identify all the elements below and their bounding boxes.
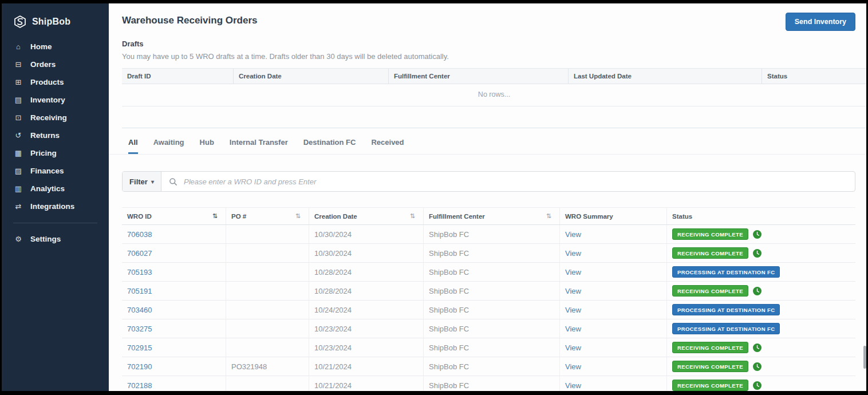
- view-link[interactable]: View: [565, 306, 581, 314]
- view-link[interactable]: View: [565, 249, 581, 258]
- sidebar-item-inventory[interactable]: ▤Inventory: [2, 91, 109, 109]
- brand-logo[interactable]: ShipBob: [2, 11, 109, 38]
- sidebar-item-label: Finances: [30, 167, 64, 175]
- wro-id-link[interactable]: 705193: [127, 268, 152, 276]
- creation-date: 10/30/2024: [309, 225, 424, 243]
- sidebar-item-label: Home: [30, 42, 52, 51]
- creation-date: 10/21/2024: [309, 357, 424, 376]
- sidebar-item-integrations[interactable]: ⇄Integrations: [2, 198, 109, 215]
- drafts-table: Draft IDCreation DateFulfillment CenterL…: [122, 68, 866, 106]
- filter-button-label: Filter: [129, 177, 148, 186]
- sidebar-item-products[interactable]: ⊞Products: [2, 73, 109, 91]
- tab-internal-transfer[interactable]: Internal Transfer: [230, 138, 288, 154]
- tab-all[interactable]: All: [128, 138, 138, 154]
- sidebar-divider: [13, 223, 97, 223]
- search-icon: [169, 177, 177, 186]
- creation-date: 10/23/2024: [309, 319, 424, 338]
- view-link[interactable]: View: [565, 230, 581, 239]
- wro-id-link[interactable]: 705191: [127, 287, 152, 295]
- filter-dropdown-button[interactable]: Filter ▾: [123, 172, 161, 191]
- wro-id-link[interactable]: 706038: [127, 230, 152, 239]
- sidebar-item-label: Analytics: [30, 184, 65, 193]
- table-row: 70327510/23/2024ShipBob FCViewPROCESSING…: [122, 319, 855, 338]
- finances-icon: ▨: [14, 167, 23, 175]
- tab-received[interactable]: Received: [371, 138, 404, 154]
- fulfillment-center: ShipBob FC: [424, 263, 560, 281]
- drafts-column-last-updated-date: Last Updated Date: [569, 69, 762, 84]
- wro-id-link[interactable]: 702188: [127, 381, 152, 390]
- table-row: 70602710/30/2024ShipBob FCViewRECEIVING …: [122, 244, 855, 263]
- page-title: Warehouse Receiving Orders: [122, 15, 855, 26]
- table-row: 70519310/28/2024ShipBob FCViewPROCESSING…: [122, 263, 855, 282]
- drafts-column-creation-date: Creation Date: [234, 69, 389, 84]
- fulfillment-center: ShipBob FC: [424, 282, 560, 300]
- drafts-column-fulfillment-center: Fulfillment Center: [389, 69, 569, 84]
- orders-column-creation-date[interactable]: Creation Date⇅: [309, 208, 424, 224]
- sidebar-item-label: Pricing: [30, 149, 57, 157]
- wro-id-link[interactable]: 702190: [127, 362, 152, 371]
- view-link[interactable]: View: [565, 343, 581, 352]
- sidebar-item-orders[interactable]: ⊟Orders: [2, 56, 109, 73]
- sidebar-item-analytics[interactable]: ▥Analytics: [2, 180, 109, 198]
- status-badge: PROCESSING AT DESTINATION FC: [672, 323, 780, 334]
- sidebar-item-receiving[interactable]: ⊡Receiving: [2, 109, 109, 127]
- main-content: Send Inventory Warehouse Receiving Order…: [109, 3, 866, 391]
- table-row: 70218810/21/2024ShipBob FCViewRECEIVING …: [122, 376, 855, 391]
- pricing-icon: ▦: [14, 149, 23, 157]
- wro-id-link[interactable]: 703275: [127, 325, 152, 333]
- creation-date: 10/21/2024: [309, 376, 424, 391]
- clock-icon: [753, 343, 762, 352]
- orders-column-fulfillment-center[interactable]: Fulfillment Center⇅: [424, 208, 560, 224]
- po-number: [226, 282, 309, 300]
- table-row: 70291510/23/2024ShipBob FCViewRECEIVING …: [122, 338, 855, 357]
- sort-icon[interactable]: ⇅: [410, 212, 415, 220]
- column-label: Creation Date: [314, 213, 357, 220]
- sidebar-item-finances[interactable]: ▨Finances: [2, 162, 109, 180]
- orders-column-wro-id[interactable]: WRO ID⇅: [122, 208, 226, 224]
- sidebar: ShipBob ⌂Home⊟Orders⊞Products▤Inventory⊡…: [2, 3, 109, 391]
- fulfillment-center: ShipBob FC: [424, 244, 560, 262]
- wro-id-link[interactable]: 703460: [127, 306, 152, 314]
- home-icon: ⌂: [14, 43, 23, 50]
- wro-search-input[interactable]: [183, 177, 855, 187]
- tab-destination-fc[interactable]: Destination FC: [303, 138, 356, 154]
- orders-column-status: Status: [667, 208, 855, 224]
- clock-icon: [753, 230, 762, 239]
- wro-id-link[interactable]: 702915: [127, 343, 152, 352]
- po-number: [226, 338, 309, 357]
- orders-table-body: 70603810/30/2024ShipBob FCViewRECEIVING …: [122, 225, 855, 391]
- gear-icon: ⚙: [14, 235, 23, 243]
- orders-column-po-[interactable]: PO #⇅: [226, 208, 309, 224]
- creation-date: 10/28/2024: [309, 282, 424, 300]
- view-link[interactable]: View: [565, 268, 581, 276]
- status-badge: PROCESSING AT DESTINATION FC: [672, 304, 780, 315]
- column-label: WRO ID: [127, 213, 152, 220]
- wro-id-link[interactable]: 706027: [127, 249, 152, 258]
- tab-awaiting[interactable]: Awaiting: [153, 138, 184, 154]
- table-row: 70346010/24/2024ShipBob FCViewPROCESSING…: [122, 301, 855, 319]
- clock-icon: [753, 362, 762, 371]
- sort-icon[interactable]: ⇅: [212, 212, 218, 220]
- table-row: 702190PO32194810/21/2024ShipBob FCViewRE…: [122, 357, 855, 376]
- po-number: [226, 263, 309, 281]
- view-link[interactable]: View: [565, 287, 581, 295]
- clock-icon: [753, 249, 762, 258]
- sidebar-item-home[interactable]: ⌂Home: [2, 38, 109, 56]
- vertical-scrollbar[interactable]: [863, 346, 866, 369]
- sort-icon[interactable]: ⇅: [546, 212, 551, 220]
- sidebar-item-label: Receiving: [30, 113, 67, 122]
- status-badge: RECEIVING COMPLETE: [672, 361, 748, 372]
- sidebar-item-settings[interactable]: ⚙Settings: [2, 230, 109, 248]
- sort-icon[interactable]: ⇅: [295, 212, 301, 220]
- fulfillment-center: ShipBob FC: [424, 376, 560, 391]
- sidebar-item-returns[interactable]: ↺Returns: [2, 127, 109, 144]
- view-link[interactable]: View: [565, 325, 581, 333]
- app-window: ShipBob ⌂Home⊟Orders⊞Products▤Inventory⊡…: [2, 3, 866, 391]
- view-link[interactable]: View: [565, 381, 581, 390]
- drafts-table-header: Draft IDCreation DateFulfillment CenterL…: [122, 68, 866, 84]
- send-inventory-button[interactable]: Send Inventory: [786, 13, 855, 31]
- tab-hub[interactable]: Hub: [200, 138, 214, 154]
- sidebar-item-pricing[interactable]: ▦Pricing: [2, 144, 109, 162]
- drafts-empty-message: No rows...: [122, 84, 866, 106]
- view-link[interactable]: View: [565, 362, 581, 371]
